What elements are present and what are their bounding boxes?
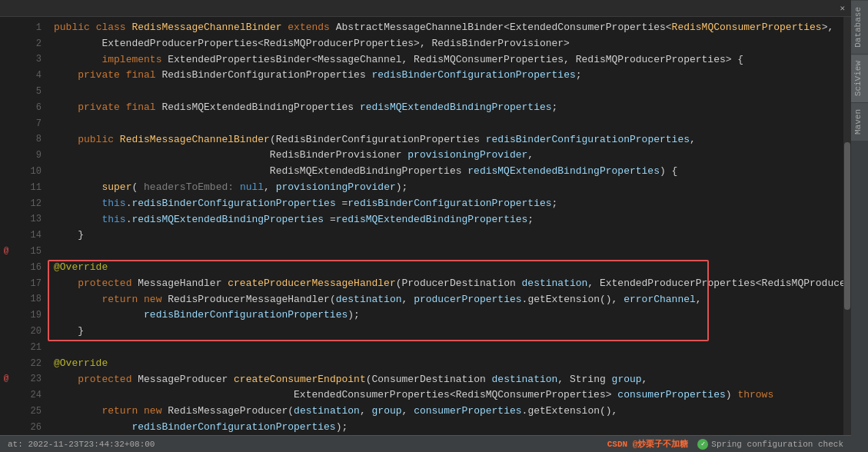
- line-num: 6: [20, 100, 42, 116]
- spring-check: ✓ Spring configuration check: [697, 439, 843, 450]
- line-num: 13: [20, 212, 42, 228]
- line-num: 9: [20, 148, 42, 164]
- code-line-25: return new RedisMessageProducer(destinat…: [48, 404, 843, 420]
- line-num: 4: [20, 68, 42, 84]
- line-num: 20: [20, 324, 42, 340]
- line-num: 24: [20, 387, 42, 404]
- line-num: 10: [20, 164, 42, 180]
- sidebar-panel-database[interactable]: Database: [851, 0, 868, 54]
- line-num: 8: [20, 132, 42, 148]
- code-line-6: private final RedisMQExtendedBindingProp…: [48, 100, 843, 116]
- code-line-17: protected MessageHandler createProducerM…: [48, 276, 843, 292]
- line-num: 23: [20, 372, 42, 388]
- line-num: 1: [20, 20, 42, 36]
- code-with-scrollbar: @ @ 1 2 3 4 5 6 7 8 9 10 11 12 13 14 15 …: [0, 17, 851, 435]
- line-num: 25: [20, 404, 42, 420]
- line-num: 5: [20, 84, 42, 100]
- code-line-3: implements ExtendedPropertiesBinder<Mess…: [48, 52, 843, 68]
- csdn-badge: CSDN @炒栗子不加糖: [607, 438, 689, 450]
- line-numbers: 1 2 3 4 5 6 7 8 9 10 11 12 13 14 15 16 1…: [17, 17, 48, 435]
- status-right: CSDN @炒栗子不加糖 ✓ Spring configuration chec…: [607, 438, 843, 450]
- sidebar-panel-sciview[interactable]: SciView: [851, 54, 868, 102]
- code-line-14: }: [48, 228, 843, 244]
- line-num: 21: [20, 340, 42, 356]
- code-line-12: this.redisBinderConfigurationProperties …: [48, 196, 843, 212]
- scrollbar-thumb[interactable]: [844, 142, 850, 310]
- line-num: 7: [20, 116, 42, 132]
- sidebar-panel-maven[interactable]: Maven: [851, 102, 868, 141]
- gutter-icon-override2: @: [0, 372, 12, 384]
- line-num: 19: [20, 307, 42, 324]
- timestamp: at: 2022-11-23T23:44:32+08:00: [8, 440, 155, 449]
- line-num: 22: [20, 356, 42, 372]
- line-num: 2: [20, 36, 42, 52]
- code-line-11: super( headersToEmbed: null, provisionin…: [48, 180, 843, 196]
- code-line-16: @Override: [48, 260, 843, 276]
- line-num: 16: [20, 260, 42, 276]
- gutter: @ @: [0, 17, 17, 435]
- code-line-21: [48, 340, 843, 356]
- title-bar: ✕: [0, 0, 851, 17]
- code-line-1: public class RedisMessageChannelBinder e…: [48, 20, 843, 36]
- code-line-19: redisBinderConfigurationProperties);: [48, 307, 843, 324]
- code-line-2: ExtendedProducerProperties<RedisMQProduc…: [48, 36, 843, 52]
- code-line-13: this.redisMQExtendedBindingProperties = …: [48, 212, 843, 228]
- code-line-22: @Override: [48, 356, 843, 372]
- code-line-8: public RedisMessageChannelBinder(RedisBi…: [48, 132, 843, 148]
- check-icon: ✓: [697, 439, 708, 450]
- code-line-9: RedisBinderProvisioner provisioningProvi…: [48, 148, 843, 164]
- line-num: 3: [20, 52, 42, 68]
- title-text: ✕: [840, 3, 845, 13]
- line-num: 12: [20, 196, 42, 212]
- status-bar: at: 2022-11-23T23:44:32+08:00 CSDN @炒栗子不…: [0, 435, 851, 452]
- vertical-scrollbar[interactable]: [843, 17, 851, 435]
- code-line-20: }: [48, 324, 843, 340]
- code-line-4: private final RedisBinderConfigurationPr…: [48, 68, 843, 84]
- code-line-18: return new RedisProducerMessageHandler(d…: [48, 292, 843, 308]
- code-line-24: ExtendedConsumerProperties<RedisMQConsum…: [48, 387, 843, 404]
- line-num: 18: [20, 292, 42, 308]
- code-line-23: protected MessageProducer createConsumer…: [48, 372, 843, 388]
- code-lines[interactable]: public class RedisMessageChannelBinder e…: [48, 17, 843, 435]
- code-line-10: RedisMQExtendedBindingProperties redisMQ…: [48, 164, 843, 180]
- gutter-icon-override1: @: [0, 244, 12, 257]
- spring-check-label: Spring configuration check: [711, 440, 843, 449]
- line-num: 15: [20, 244, 42, 260]
- main-layout: ✕ @ @ 1 2 3 4 5 6 7 8 9 10 11 12 13 14 1…: [0, 0, 851, 452]
- line-num: 14: [20, 228, 42, 244]
- code-line-7: [48, 116, 843, 132]
- code-line-15: [48, 244, 843, 260]
- title-bar-icons: ✕: [840, 3, 845, 13]
- code-line-5: [48, 84, 843, 100]
- line-num: 17: [20, 276, 42, 292]
- right-sidebar: Database SciView Maven: [851, 0, 868, 452]
- line-num: 26: [20, 420, 42, 435]
- code-line-26: redisBinderConfigurationProperties);: [48, 420, 843, 435]
- line-num: 11: [20, 180, 42, 196]
